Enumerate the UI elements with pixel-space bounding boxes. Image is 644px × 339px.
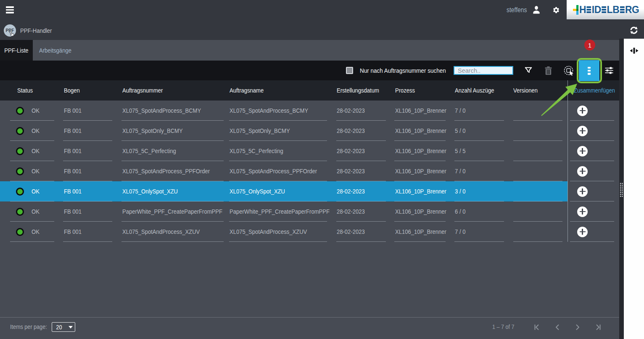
cell-erstellungsdatum: 28-02-2023 [337,147,365,154]
side-panel [624,39,644,339]
column-header-auftragsname[interactable]: Auftragsname [230,80,269,101]
cell-bogen: FB 001 [64,228,82,235]
table-row[interactable]: OK FB 001 XL075_5C_Perfecting XL075_5C_P… [0,141,619,161]
resize-grip-handle[interactable] [620,183,623,197]
previous-page-button[interactable] [553,323,562,331]
cell-prozess: XL106_10P_Brenner [395,208,446,215]
select-area-icon[interactable] [564,66,575,76]
refresh-icon[interactable] [629,25,639,35]
cell-bogen: FB 001 [64,208,82,215]
status-ok-icon [16,127,24,135]
merge-add-button[interactable] [577,126,588,136]
column-header-erstellungsdatum[interactable]: Erstellungsdatum [337,80,385,101]
cell-bogen: FB 001 [64,127,82,134]
table-row[interactable]: OK FB 001 XL075_SpotOnly_BCMY XL075_Spot… [0,121,619,141]
cell-prozess: XL106_10P_Brenner [395,127,446,134]
tab-bar [0,40,619,61]
table-row[interactable]: OK FB 001 XL075_SpotAndProcess_XZUV XL07… [0,222,619,242]
status-ok-icon [16,228,24,236]
merge-add-button[interactable] [577,207,588,217]
cell-auftragsnummer: PaperWhite_PPF_CreatePaperFromPPF [122,208,222,215]
table-row[interactable]: OK FB 001 XL075_SpotAndProcess_BCMY XL07… [0,101,619,121]
status-text: OK [32,127,40,134]
first-page-button[interactable] [533,323,541,331]
merge-add-button[interactable] [577,166,588,177]
cell-auftragsname: XL075_5C_Perfecting [230,147,283,154]
items-per-page-select[interactable]: 20 [52,322,75,332]
cell-bogen: FB 001 [64,167,82,175]
column-header-prozess[interactable]: Prozess [395,80,418,101]
search-input[interactable] [454,67,512,74]
cell-auftragsnummer: XL075_SpotOnly_BCMY [122,127,183,134]
status-text: OK [32,167,40,175]
cell-auftragsnummer: XL075_SpotAndProcess_BCMY [122,107,201,114]
column-header-zusammenfuegen[interactable]: Zusammenfügen [574,80,621,101]
table-row[interactable]: OK FB 001 XL075_SpotAndProcess_PPFOrder … [0,161,619,181]
status-ok-icon [16,208,24,216]
column-header-anzahl-auszuege[interactable]: Anzahl Auszüge [455,80,500,101]
items-per-page-value: 20 [52,324,62,331]
order-number-search-label: Nur nach Auftragsnummer suchen [360,61,459,80]
merge-add-button[interactable] [577,186,588,197]
cell-anzahl-auszuege: 7 / 0 [455,228,465,235]
status-ok-icon [16,188,24,196]
cell-anzahl-auszuege: 5 / 5 [455,147,465,154]
app-title: PPF-Handler [20,24,57,37]
order-number-search-checkbox[interactable] [346,67,353,74]
status-ok-icon [16,167,24,175]
user-avatar-icon[interactable] [532,5,541,14]
items-per-page-label: Items per page: [10,322,53,332]
merge-add-button[interactable] [577,227,588,237]
hamburger-menu-icon[interactable] [6,6,14,14]
delete-icon[interactable] [545,66,552,75]
cell-erstellungsdatum: 28-02-2023 [337,167,365,175]
cell-auftragsname: XL075_SpotOnly_BCMY [230,127,290,134]
column-header-bogen[interactable]: Bogen [64,80,82,101]
tab-ppf-liste[interactable]: PPF-Liste [0,40,33,61]
status-ok-icon [16,107,24,115]
cell-anzahl-auszuege: 7 / 0 [455,167,465,175]
next-page-button[interactable] [573,323,582,331]
search-field [454,66,513,75]
panel-toggle-icon[interactable] [630,48,639,54]
table-row-selected[interactable]: OK FB 001 XL075_OnlySpot_XZU XL075_OnlyS… [0,181,619,201]
caret-down-icon [69,326,73,328]
ppf-hand-icon [9,31,15,37]
brand-logo: HIDLBRG [567,0,644,19]
table-row[interactable]: OK FB 001 PaperWhite_PPF_CreatePaperFrom… [0,201,619,222]
cell-auftragsname: PaperWhite_PPF_CreatePaperFromPPF [230,208,330,215]
annotation-arrow [538,80,580,120]
paginator-range-label: 1 – 7 of 7 [492,322,517,332]
cell-auftragsname: XL075_SpotAndProcess_PPFOrder [230,167,317,175]
cell-prozess: XL106_10P_Brenner [395,107,446,114]
cell-anzahl-auszuege: 3 / 0 [455,188,465,195]
column-header-status[interactable]: Status [17,80,35,101]
status-text: OK [32,147,40,154]
brand-wordmark: HIDLBRG [579,6,639,13]
notification-badge: 1 [584,40,595,50]
cell-bogen: FB 001 [64,147,82,154]
highlight-frame [577,58,602,83]
cell-auftragsnummer: XL075_SpotAndProcess_PPFOrder [122,167,210,175]
tab-arbeitsgaenge[interactable]: Arbeitsgänge [33,40,83,61]
column-header-auftragsnummer[interactable]: Auftragsnummer [122,80,169,101]
status-text: OK [32,228,40,235]
table-body: OK FB 001 XL075_SpotAndProcess_BCMY XL07… [0,101,619,242]
cell-erstellungsdatum: 28-02-2023 [337,228,365,235]
status-text: OK [32,188,40,195]
column-settings-icon[interactable] [605,67,613,74]
cell-anzahl-auszuege: 6 / 0 [455,208,465,215]
merge-add-button[interactable] [577,146,588,156]
column-header-versionen[interactable]: Versionen [513,80,541,101]
cell-erstellungsdatum: 28-02-2023 [337,188,365,195]
settings-gear-icon[interactable] [552,6,560,14]
filter-icon[interactable] [524,66,533,75]
cell-erstellungsdatum: 28-02-2023 [337,127,365,134]
cell-prozess: XL106_10P_Brenner [395,167,446,175]
table-header-row: Status Bogen Auftragsnummer Auftragsname… [0,80,619,101]
top-bar: steffens PPF PPF-Handler HIDLBRG [0,0,644,40]
last-page-button[interactable] [594,323,602,331]
cell-auftragsname: XL075_OnlySpot_XZU [230,188,285,195]
cell-bogen: FB 001 [64,107,82,114]
cell-bogen: FB 001 [64,188,82,195]
